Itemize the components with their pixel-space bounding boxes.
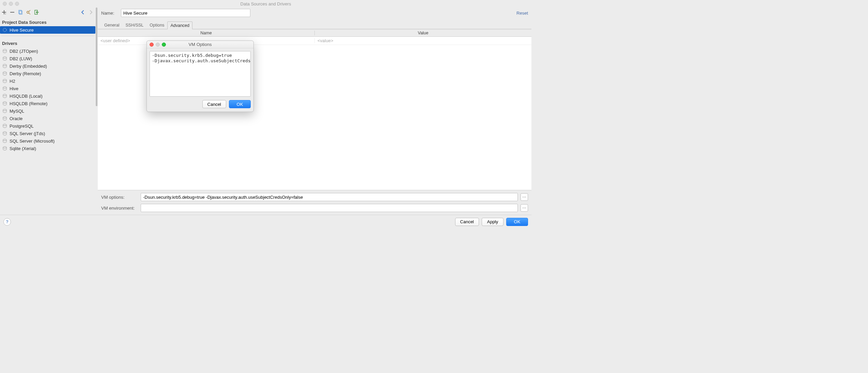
tab-ssh-ssl[interactable]: SSH/SSL [122,21,146,29]
window-close-disabled-icon [3,2,7,6]
remove-icon[interactable] [10,10,15,15]
vm-environment-label: VM environment: [101,206,138,211]
dialog-zoom-icon[interactable] [162,43,166,47]
svg-point-11 [3,94,6,96]
vm-options-label: VM options: [101,195,138,200]
tabs: General SSH/SSL Options Advanced [98,20,531,29]
vm-options-expand-button[interactable]: ⋯ [521,193,528,201]
add-icon[interactable] [1,10,7,15]
copy-icon[interactable] [18,10,23,15]
driver-item-label: Oracle [10,116,22,121]
dialog-cancel-button[interactable]: Cancel [202,100,226,108]
driver-icon [2,93,7,99]
driver-item[interactable]: HSQLDB (Remote) [0,100,95,107]
datasource-icon [2,27,7,33]
driver-icon [2,108,7,114]
window-title: Data Sources and Drivers [3,1,529,6]
driver-item[interactable]: PostgreSQL [0,122,95,130]
vm-environment-expand-button[interactable]: ⋯ [521,204,528,212]
svg-point-3 [27,11,29,13]
ellipsis-icon: ⋯ [522,195,526,199]
dialog-footer: ? Cancel Apply OK [0,215,531,228]
driver-item-label: MySQL [10,109,24,114]
driver-icon [2,48,7,54]
driver-item-label: SQL Server (jTds) [10,131,45,136]
driver-icon [2,86,7,91]
grid-header-value[interactable]: Value [315,31,531,35]
name-input[interactable] [121,9,250,17]
driver-item-label: PostgreSQL [10,124,34,129]
driver-icon [2,71,7,76]
ok-button[interactable]: OK [506,218,528,226]
grid-header-name[interactable]: Name [98,31,315,35]
help-button[interactable]: ? [3,218,11,226]
back-icon[interactable] [80,9,86,15]
svg-point-13 [3,109,6,111]
driver-item-label: Derby (Remote) [10,71,41,76]
driver-icon [2,116,7,121]
sidebar: Project Data Sources Hive Secure Drivers… [0,7,95,215]
driver-item-label: Sqlite (Xerial) [10,146,36,151]
dialog-ok-button[interactable]: OK [229,100,251,108]
driver-item-label: DB2 (JTOpen) [10,49,38,54]
sidebar-scroll[interactable]: Project Data Sources Hive Secure Drivers… [0,17,95,215]
svg-point-17 [3,139,6,141]
driver-item[interactable]: Derby (Remote) [0,70,95,77]
svg-point-6 [3,57,6,58]
svg-point-15 [3,124,6,126]
datasource-item-label: Hive Secure [10,28,34,33]
driver-item-label: Hive [10,86,18,91]
driver-item-label: DB2 (LUW) [10,56,32,61]
vm-options-textarea[interactable]: -Dsun.security.krb5.debug=true -Djavax.s… [150,51,251,97]
scrollbar-thumb[interactable] [96,7,97,106]
window-zoom-disabled-icon [15,2,19,6]
driver-item-label: H2 [10,79,15,84]
section-project-data-sources: Project Data Sources [0,17,95,26]
driver-item-label: SQL Server (Microsoft) [10,139,55,144]
svg-point-4 [3,28,6,32]
tab-options[interactable]: Options [146,21,167,29]
import-icon[interactable] [34,10,40,15]
driver-item-label: Derby (Embedded) [10,64,47,69]
window-minimize-disabled-icon [9,2,13,6]
svg-point-14 [3,117,6,118]
svg-point-16 [3,132,6,133]
apply-button[interactable]: Apply [482,218,503,226]
driver-item[interactable]: Derby (Embedded) [0,62,95,70]
driver-item[interactable]: Sqlite (Xerial) [0,145,95,152]
reset-link[interactable]: Reset [516,11,528,16]
driver-item[interactable]: H2 [0,77,95,85]
driver-item[interactable]: DB2 (JTOpen) [0,47,95,55]
cancel-button[interactable]: Cancel [455,218,479,226]
driver-item[interactable]: SQL Server (jTds) [0,130,95,137]
driver-item[interactable]: Oracle [0,115,95,122]
svg-point-12 [3,102,6,103]
vm-environment-input[interactable] [141,204,518,212]
driver-item[interactable]: DB2 (LUW) [0,55,95,62]
driver-icon [2,56,7,61]
dialog-close-icon[interactable] [150,43,154,47]
dialog-minimize-disabled-icon [156,43,160,47]
grid-placeholder-value[interactable]: <value> [315,38,531,43]
settings-icon[interactable] [26,10,31,15]
driver-icon [2,78,7,84]
split-handle[interactable] [95,7,98,215]
tab-advanced[interactable]: Advanced [167,21,192,29]
tab-general[interactable]: General [101,21,122,29]
driver-item[interactable]: HSQLDB (Local) [0,92,95,100]
name-label: Name: [101,11,118,16]
driver-item-label: HSQLDB (Local) [10,94,43,99]
datasource-item-hive-secure[interactable]: Hive Secure [0,26,95,34]
driver-icon [2,146,7,151]
svg-point-10 [3,87,6,88]
driver-icon [2,138,7,144]
driver-item[interactable]: MySQL [0,107,95,115]
svg-rect-0 [10,12,14,13]
driver-item[interactable]: Hive [0,85,95,92]
vm-options-input[interactable] [141,193,518,201]
vm-options-dialog: VM Options -Dsun.security.krb5.debug=tru… [146,40,254,112]
section-drivers: Drivers [0,38,95,47]
driver-item[interactable]: SQL Server (Microsoft) [0,137,95,145]
driver-icon [2,63,7,69]
titlebar: Data Sources and Drivers [0,0,531,7]
